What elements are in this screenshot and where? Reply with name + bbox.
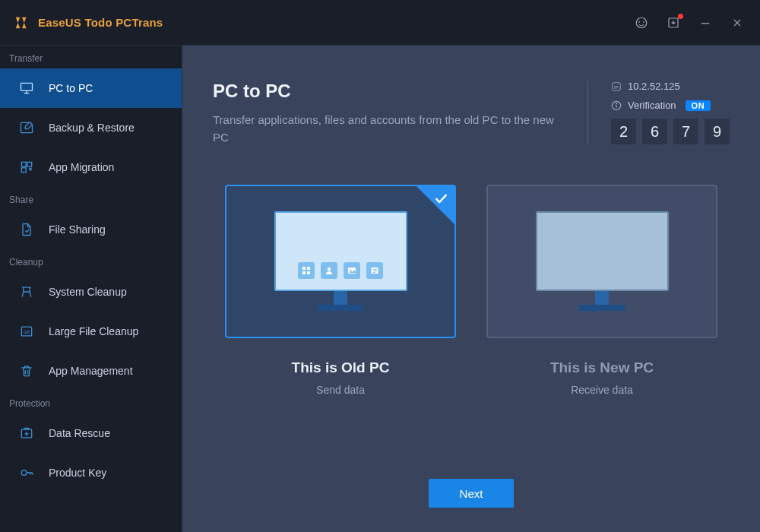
window-controls xyxy=(634,15,745,30)
broom-icon xyxy=(18,283,35,300)
verification-toggle[interactable]: ON xyxy=(686,100,711,111)
page-title: PC to PC xyxy=(213,81,572,102)
svg-point-16 xyxy=(21,470,27,476)
sidebar-section-share: Share xyxy=(0,187,182,210)
svg-point-26 xyxy=(328,268,331,271)
sidebar-section-transfer: Transfer xyxy=(0,46,182,68)
svg-rect-23 xyxy=(307,267,310,270)
logo-icon xyxy=(14,14,30,31)
svg-rect-10 xyxy=(21,168,26,173)
ip-icon: IP xyxy=(611,81,622,92)
sidebar-item-label: Data Rescue xyxy=(49,427,110,439)
sidebar-item-label: App Management xyxy=(49,365,133,377)
page-subtitle: Transfer applications, files and account… xyxy=(213,111,572,147)
option-old-pc-title: This is Old PC xyxy=(225,359,456,376)
svg-rect-25 xyxy=(307,271,310,274)
verification-label: Verification xyxy=(628,100,676,111)
download-icon[interactable] xyxy=(666,15,681,30)
sidebar-item-label: Product Key xyxy=(49,467,106,479)
svg-point-21 xyxy=(616,103,616,103)
option-old-pc[interactable]: This is Old PC Send data xyxy=(225,185,456,396)
sidebar-item-file-sharing[interactable]: File Sharing xyxy=(0,210,182,249)
app-logo: EaseUS Todo PCTrans xyxy=(14,14,163,31)
option-new-pc-title: This is New PC xyxy=(486,359,717,376)
title-bar: EaseUS Todo PCTrans xyxy=(0,0,760,46)
monitor-icon xyxy=(18,80,35,97)
svg-rect-5 xyxy=(21,83,33,90)
sidebar-item-label: Backup & Restore xyxy=(49,122,135,134)
trash-icon xyxy=(18,363,35,379)
svg-point-0 xyxy=(636,17,647,28)
sidebar-item-backup-restore[interactable]: Backup & Restore xyxy=(0,108,182,147)
connection-panel: IP 10.2.52.125 Verification ON 2 6 7 9 xyxy=(587,81,730,144)
verification-code: 2 6 7 9 xyxy=(611,119,730,144)
rescue-icon xyxy=(18,425,35,442)
old-pc-monitor-icon xyxy=(274,211,407,311)
info-icon xyxy=(611,100,622,111)
svg-rect-22 xyxy=(302,267,306,270)
option-new-pc[interactable]: This is New PC Receive data xyxy=(486,185,717,396)
svg-rect-8 xyxy=(21,162,26,166)
svg-rect-9 xyxy=(27,162,32,166)
sidebar-item-data-rescue[interactable]: Data Rescue xyxy=(0,413,182,453)
svg-rect-24 xyxy=(302,271,306,274)
sidebar-item-app-management[interactable]: App Management xyxy=(0,351,182,391)
code-digit: 6 xyxy=(642,119,667,144)
sidebar-section-protection: Protection xyxy=(0,391,182,413)
new-pc-monitor-icon xyxy=(536,211,669,311)
option-new-pc-subtitle: Receive data xyxy=(486,384,717,396)
svg-text:GB: GB xyxy=(24,330,30,334)
support-icon[interactable] xyxy=(634,15,649,30)
code-digit: 2 xyxy=(611,119,636,144)
svg-point-28 xyxy=(350,269,351,271)
next-button[interactable]: Next xyxy=(429,479,514,508)
code-digit: 7 xyxy=(673,119,698,144)
content-pane: PC to PC Transfer applications, files an… xyxy=(182,46,760,532)
minimize-button[interactable] xyxy=(698,15,713,30)
sidebar-item-product-key[interactable]: Product Key xyxy=(0,453,182,492)
large-file-icon: GB xyxy=(18,323,35,340)
sidebar-item-label: File Sharing xyxy=(49,223,106,236)
backup-icon xyxy=(18,119,35,136)
apps-icon xyxy=(18,159,35,176)
app-name: EaseUS Todo PCTrans xyxy=(38,16,163,29)
sidebar-item-app-migration[interactable]: App Migration xyxy=(0,147,182,187)
key-icon xyxy=(18,464,35,481)
sidebar: Transfer PC to PC Backup & Restore App M… xyxy=(0,46,182,532)
close-button[interactable] xyxy=(730,15,745,30)
sidebar-item-system-cleanup[interactable]: System Cleanup xyxy=(0,272,182,312)
sidebar-section-cleanup: Cleanup xyxy=(0,249,182,272)
option-old-pc-subtitle: Send data xyxy=(225,384,456,396)
sidebar-item-large-file-cleanup[interactable]: GB Large File Cleanup xyxy=(0,312,182,351)
notification-dot-icon xyxy=(678,14,683,19)
code-digit: 9 xyxy=(705,119,730,144)
sidebar-item-label: PC to PC xyxy=(49,82,93,94)
sidebar-item-label: System Cleanup xyxy=(49,286,127,298)
file-share-icon xyxy=(18,221,35,238)
ip-address: 10.2.52.125 xyxy=(628,81,680,92)
sidebar-item-pc-to-pc[interactable]: PC to PC xyxy=(0,68,182,108)
sidebar-item-label: Large File Cleanup xyxy=(49,325,138,337)
svg-text:IP: IP xyxy=(614,84,619,89)
check-icon xyxy=(433,191,448,209)
sidebar-item-label: App Migration xyxy=(49,161,114,173)
